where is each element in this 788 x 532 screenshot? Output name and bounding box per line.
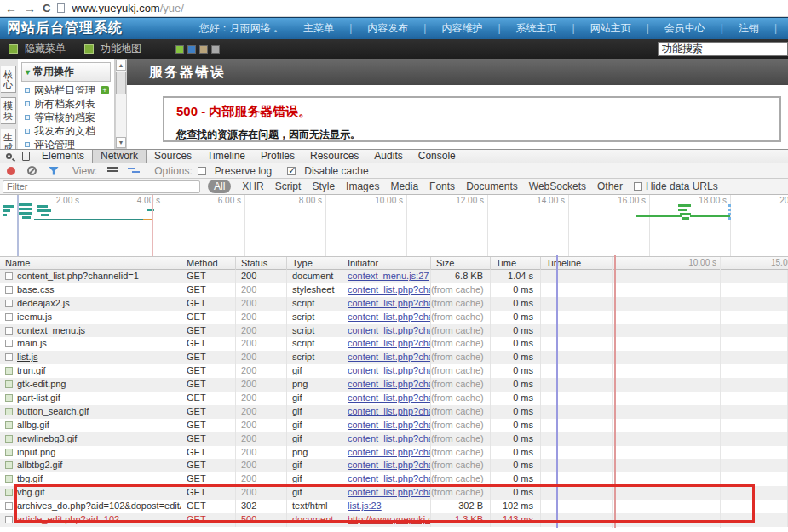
network-request-row[interactable]: allbtbg2.gif GET 200 gif content_list.ph… [0,459,788,472]
initiator-link[interactable]: content_list.php?chann... [348,284,431,295]
resource-type-filter[interactable]: XHR [242,180,263,192]
resource-type-filter[interactable]: Documents [466,180,518,192]
filter-funnel-icon[interactable] [49,167,59,175]
initiator-link[interactable]: content_list.php?chann... [348,379,431,389]
network-request-row[interactable]: allbg.gif GET 200 gif content_list.php?c… [0,419,788,432]
scroll-down-icon[interactable]: ▼ [116,137,126,148]
sidebar-scrollbar[interactable]: ▲ ▼ [115,59,127,149]
sidebar-menu-item[interactable]: 评论管理 + [18,138,114,149]
reload-icon[interactable]: C [43,2,50,14]
initiator-link[interactable]: content_list.php?chann... [348,487,431,497]
resource-type-filter[interactable]: All [208,180,231,193]
initiator-link[interactable]: content_list.php?chann... [348,460,431,470]
initiator-link[interactable]: content_list.php?chann... [348,338,431,348]
app-nav-item[interactable]: 系统主页 [509,21,583,36]
list-view-icon[interactable] [107,167,118,174]
network-request-row[interactable]: base.css GET 200 stylesheet content_list… [0,283,788,297]
network-request-row[interactable]: context_menu.js GET 200 script content_l… [0,324,788,338]
theme-square[interactable] [211,45,220,54]
app-nav-item[interactable]: 网站主页 [583,21,657,36]
app-nav-item[interactable]: 会员中心 [657,21,731,36]
network-request-row[interactable]: list.js GET 200 script content_list.php?… [0,351,788,364]
scroll-up-icon[interactable]: ▲ [116,60,126,71]
app-nav-item[interactable]: 内容维护 [434,21,508,36]
network-request-row[interactable]: ieemu.js GET 200 script content_list.php… [0,311,788,324]
devtools-tab[interactable]: Profiles [253,150,302,163]
resource-type-filter[interactable]: Media [390,180,418,192]
network-request-row[interactable]: gtk-edit.png GET 200 png content_list.ph… [0,378,788,392]
back-icon[interactable]: ← [5,1,17,16]
sidebar-menu-item[interactable]: 我发布的文档 + [18,124,114,138]
network-request-row[interactable]: part-list.gif GET 200 gif content_list.p… [0,392,788,405]
theme-square[interactable] [187,45,196,54]
initiator-link[interactable]: content_list.php?chann... [348,298,431,308]
devtools-tab[interactable]: Resources [302,150,366,163]
sidebar-menu-item[interactable]: 网站栏目管理 + [18,83,114,97]
scrollbar-thumb[interactable] [116,72,126,94]
initiator-link[interactable]: content_list.php?chann... [348,352,431,362]
network-request-row[interactable]: archives_do.php?aid=102&dopost=editArchi… [0,500,788,513]
network-overview[interactable]: 2.00 s4.00 s6.00 s8.00 s10.00 s12.00 s14… [0,195,788,257]
initiator-link[interactable]: content_list.php?chann... [348,420,431,430]
resource-type-filter[interactable]: Other [597,180,623,192]
initiator-link[interactable]: content_list.php?chann... [348,406,431,416]
devtools-tab[interactable]: Elements [34,150,92,163]
address-bar[interactable]: www.yueyukj.com/yue/ [72,2,184,14]
function-search-input[interactable] [658,42,788,56]
network-request-row[interactable]: dedeajax2.js GET 200 script content_list… [0,297,788,311]
initiator-link[interactable]: content_list.php?chann... [348,325,431,335]
initiator-link[interactable]: content_list.php?chann... [348,392,431,403]
column-header-time[interactable]: Time [491,257,541,270]
initiator-link[interactable]: content_list.php?chann... [348,365,431,375]
column-header-method[interactable]: Method [181,257,236,270]
initiator-link[interactable]: content_list.php?chann... [348,312,431,322]
hide-menu-button[interactable]: 隐藏菜单 [25,42,66,56]
initiator-link[interactable]: content_list.php?chann... [348,473,431,483]
disable-cache-checkbox[interactable] [287,167,296,175]
initiator-link[interactable]: content_list.php?chann... [348,433,431,443]
devtools-tab[interactable]: Network [92,150,147,163]
network-request-row[interactable]: article_edit.php?aid=102 GET 500 documen… [0,513,788,527]
network-request-row[interactable]: trun.gif GET 200 gif content_list.php?ch… [0,364,788,378]
initiator-link[interactable]: content_list.php?chann... [348,447,431,457]
filter-input[interactable] [3,180,200,193]
resource-type-filter[interactable]: Images [346,180,379,192]
app-nav-item[interactable]: 注销 [731,21,785,36]
waterfall-view-icon[interactable] [128,167,141,175]
initiator-link[interactable]: list.js:23 [348,501,382,511]
sidebar-tab[interactable]: 生成 [1,129,16,149]
network-request-row[interactable]: vbg.gif GET 200 gif content_list.php?cha… [0,486,788,500]
devtools-tab[interactable]: Sources [147,150,199,163]
app-nav-item[interactable]: 主菜单 [296,21,359,36]
function-map-button[interactable]: 功能地图 [101,42,141,56]
network-request-row[interactable]: newlinebg3.gif GET 200 gif content_list.… [0,432,788,446]
sidebar-menu-item[interactable]: 所有档案列表 + [18,97,114,111]
resource-type-filter[interactable]: Style [312,180,335,192]
device-mode-button[interactable] [17,150,34,163]
resource-type-filter[interactable]: Fonts [429,180,455,192]
network-request-row[interactable]: tbg.gif GET 200 gif content_list.php?cha… [0,472,788,486]
app-nav-item[interactable]: 内容发布 [359,21,434,36]
network-request-row[interactable]: content_list.php?channelid=1 GET 200 doc… [0,270,788,283]
sidebar-menu-item[interactable]: 等审核的档案 + [18,111,114,124]
column-header-type[interactable]: Type [287,257,342,270]
clear-icon[interactable] [27,166,37,175]
sidebar-tab[interactable]: 模块 [1,97,16,124]
initiator-link[interactable]: http://www.yueyukj.co... [348,514,431,524]
resource-type-filter[interactable]: WebSockets [529,180,586,192]
forward-icon[interactable]: → [24,1,36,16]
sidebar-panel-header[interactable]: ▾常用操作 [21,62,111,82]
preserve-log-checkbox[interactable] [198,167,206,175]
theme-square[interactable] [199,45,208,54]
devtools-tab[interactable]: Console [411,150,463,163]
preserve-log-label[interactable]: Preserve log [215,165,272,177]
network-request-row[interactable]: button_search.gif GET 200 gif content_li… [0,405,788,419]
network-request-row[interactable]: main.js GET 200 script content_list.php?… [0,337,788,351]
devtools-tab[interactable]: Timeline [199,150,253,163]
theme-square[interactable] [175,45,184,54]
network-request-row[interactable]: input.png GET 200 png content_list.php?c… [0,446,788,460]
column-header-timeline[interactable]: Timeline [541,257,788,270]
column-header-status[interactable]: Status [236,257,287,270]
initiator-link[interactable]: context_menu.js:27 [348,271,429,281]
column-header-initiator[interactable]: Initiator [342,257,431,270]
